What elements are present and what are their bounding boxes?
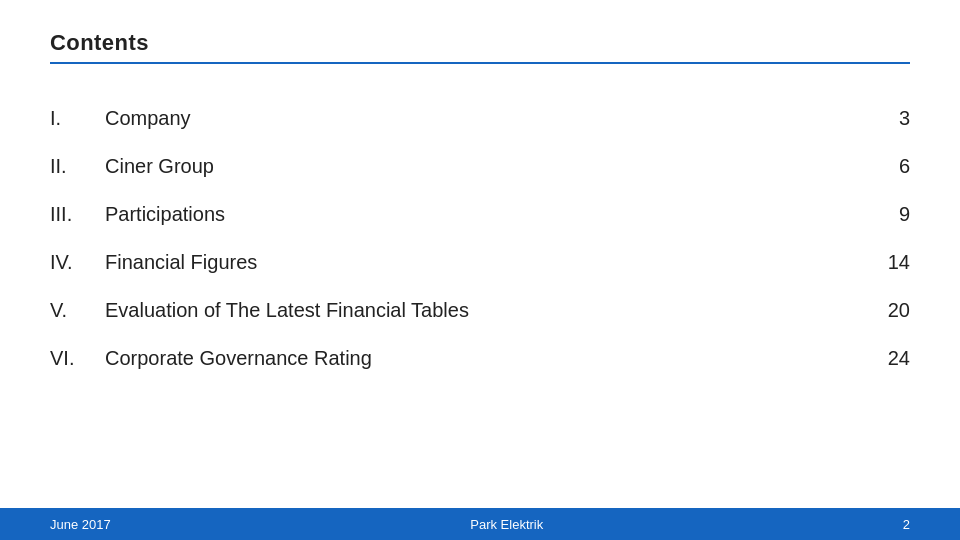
toc-page: 3 (850, 94, 910, 142)
toc-table: I.Company3II.Ciner Group6III.Participati… (50, 94, 910, 382)
toc-page: 20 (850, 286, 910, 334)
toc-label: Company (105, 94, 850, 142)
toc-label: Participations (105, 190, 850, 238)
toc-numeral: V. (50, 286, 105, 334)
toc-row: VI.Corporate Governance Rating24 (50, 334, 910, 382)
footer-date: June 2017 (50, 517, 111, 532)
toc-numeral: IV. (50, 238, 105, 286)
footer-page: 2 (903, 517, 910, 532)
toc-page: 6 (850, 142, 910, 190)
toc-label: Corporate Governance Rating (105, 334, 850, 382)
toc-numeral: I. (50, 94, 105, 142)
toc-page: 24 (850, 334, 910, 382)
toc-label: Ciner Group (105, 142, 850, 190)
page-container: Contents I.Company3II.Ciner Group6III.Pa… (0, 0, 960, 540)
toc-page: 9 (850, 190, 910, 238)
toc-label: Financial Figures (105, 238, 850, 286)
toc-row: III.Participations9 (50, 190, 910, 238)
title-section: Contents (50, 30, 910, 64)
toc-numeral: III. (50, 190, 105, 238)
page-title: Contents (50, 30, 910, 56)
toc-numeral: VI. (50, 334, 105, 382)
toc-page: 14 (850, 238, 910, 286)
footer: June 2017 Park Elektrik 2 (0, 508, 960, 540)
toc-row: I.Company3 (50, 94, 910, 142)
title-divider (50, 62, 910, 64)
footer-company: Park Elektrik (470, 517, 543, 532)
toc-label: Evaluation of The Latest Financial Table… (105, 286, 850, 334)
toc-numeral: II. (50, 142, 105, 190)
toc-row: IV.Financial Figures14 (50, 238, 910, 286)
toc-row: V.Evaluation of The Latest Financial Tab… (50, 286, 910, 334)
toc-row: II.Ciner Group6 (50, 142, 910, 190)
